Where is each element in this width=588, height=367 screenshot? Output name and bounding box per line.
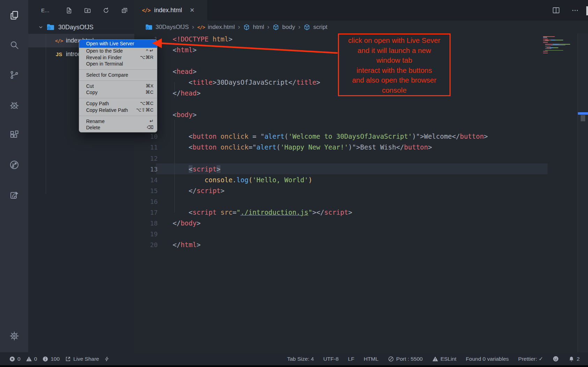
annotation-line: console — [339, 85, 450, 95]
extensions-icon[interactable] — [0, 127, 28, 143]
warning-icon — [432, 356, 438, 362]
status-bar: 00100Live Share Tab Size: 4UTF-8LFHTMLPo… — [0, 352, 588, 365]
minimap-row — [543, 40, 576, 40]
code-line-10[interactable]: 10 <button onclick = "alert('Welcome to … — [134, 131, 488, 142]
breadcrumb-separator: › — [298, 23, 300, 31]
line-content: <html> — [173, 45, 197, 55]
minimap-row — [543, 46, 576, 46]
slash-icon — [388, 356, 394, 362]
status-bolt[interactable] — [104, 356, 110, 362]
tab-index-html[interactable]: </> index.html ✕ — [134, 0, 207, 21]
line-content: </head> — [173, 88, 201, 99]
breadcrumb-item-script[interactable]: script — [303, 24, 327, 31]
status-port-5500[interactable]: Port : 5500 — [388, 356, 423, 362]
minimap[interactable] — [543, 36, 576, 54]
scrollbar-thumb[interactable] — [581, 115, 585, 121]
menu-shortcut: ⌘C — [145, 89, 153, 96]
more-actions-icon[interactable] — [571, 7, 579, 14]
code-line-19[interactable]: 19 — [134, 229, 488, 239]
menu-separator — [79, 98, 157, 98]
annotation-line: window tab — [339, 55, 450, 66]
code-line-9[interactable]: 9 — [134, 120, 488, 131]
breadcrumb-item-html[interactable]: html — [243, 24, 264, 31]
status-prettier-[interactable]: Prettier: ✓ — [518, 356, 543, 362]
bolt-icon — [104, 356, 110, 362]
menu-shortcut: ↵ — [150, 118, 153, 125]
code-line-17[interactable]: 17 <script src="./introduction.js"></scr… — [134, 207, 488, 218]
code-line-12[interactable]: 12 — [134, 153, 488, 164]
refresh-icon[interactable] — [103, 7, 110, 14]
breadcrumb-item-body[interactable]: body — [272, 24, 295, 31]
menu-item-copy[interactable]: Copy⌘C — [79, 89, 157, 96]
collapse-all-icon[interactable] — [121, 7, 128, 14]
circle-branch-icon[interactable] — [0, 157, 28, 173]
breadcrumb-item-index-html[interactable]: </>index.html — [197, 24, 235, 31]
menu-item-open-in-terminal[interactable]: Open in Terminal — [79, 61, 157, 67]
menu-item-copy-path[interactable]: Copy Path⌥⌘C — [79, 100, 157, 107]
source-control-icon[interactable] — [0, 67, 28, 83]
minimap-row — [543, 53, 576, 53]
new-file-icon[interactable] — [66, 7, 73, 14]
code-line-14[interactable]: 14 console.log('Hello, World') — [134, 175, 488, 185]
minimap-row — [543, 50, 576, 51]
status-tab-size-4[interactable]: Tab Size: 4 — [287, 356, 314, 362]
line-number: 14 — [134, 175, 158, 185]
close-icon[interactable]: ✕ — [190, 7, 195, 14]
menu-item-rename[interactable]: Rename↵ — [79, 118, 157, 125]
minimap-row — [543, 36, 576, 37]
status-live-share[interactable]: Live Share — [65, 356, 99, 362]
annotation-line: and it will launch a new — [339, 46, 450, 56]
code-line-13[interactable]: 13 <script> — [134, 164, 488, 175]
explorer-header: E... — [28, 0, 134, 21]
menu-item-select-for-compare[interactable]: Select for Compare — [79, 72, 157, 78]
folder-icon — [46, 23, 55, 31]
menu-item-copy-relative-path[interactable]: Copy Relative Path⌥⇧⌘C — [79, 107, 157, 114]
status-found-0-variables[interactable]: Found 0 variables — [466, 356, 509, 362]
code-line-20[interactable]: 20</html> — [134, 239, 488, 250]
window-edge-artifact — [586, 6, 588, 15]
search-icon[interactable] — [0, 37, 28, 53]
line-number: 16 — [134, 196, 158, 207]
status-2[interactable]: 2 — [568, 356, 580, 362]
line-content: </body> — [173, 218, 201, 229]
split-editor-icon[interactable] — [552, 6, 560, 14]
menu-separator — [79, 69, 157, 70]
status-utf-8[interactable]: UTF-8 — [323, 356, 339, 362]
status-0[interactable]: 0 — [9, 356, 21, 362]
code-line-8[interactable]: 8<body> — [134, 109, 488, 120]
menu-item-delete[interactable]: Delete⌫ — [79, 124, 157, 131]
annotation-line: and also open the browser — [339, 75, 450, 85]
minimap-row — [543, 43, 576, 44]
folder-icon — [145, 23, 153, 31]
code-line-7[interactable]: 7 — [134, 99, 488, 109]
minimap-row — [543, 39, 576, 39]
code-line-18[interactable]: 18</body> — [134, 218, 488, 229]
line-content: <button onclick = "alert('Welcome to 30D… — [173, 131, 488, 142]
status-0[interactable]: 0 — [26, 356, 37, 362]
line-number: 12 — [134, 153, 158, 164]
status-eslint[interactable]: ESLint — [432, 356, 457, 362]
tree-folder-30daysofjs[interactable]: 30DaysOfJS — [28, 21, 134, 34]
js-file-icon: JS — [54, 51, 64, 57]
new-folder-icon[interactable] — [84, 7, 91, 14]
line-content: <title>30DaysOfJavaScript</title> — [173, 77, 320, 88]
settings-gear-icon[interactable] — [0, 328, 28, 344]
cube-icon — [272, 24, 279, 31]
menu-item-open-with-live-server[interactable]: Open with Live Server — [79, 40, 157, 48]
status-html[interactable]: HTML — [364, 356, 378, 362]
status-lf[interactable]: LF — [348, 356, 354, 362]
status-100[interactable]: 100 — [42, 356, 60, 362]
explorer-icon[interactable] — [0, 7, 28, 23]
menu-item-cut[interactable]: Cut⌘X — [79, 83, 157, 90]
code-line-15[interactable]: 15 </script> — [134, 185, 488, 196]
html-file-icon: </> — [54, 38, 64, 44]
minimap-row — [543, 38, 576, 39]
debug-icon[interactable] — [0, 97, 28, 113]
menu-item-open-to-the-side[interactable]: Open to the Side^ ↵ — [79, 48, 157, 54]
code-line-16[interactable]: 16 — [134, 196, 488, 207]
menu-item-reveal-in-finder[interactable]: Reveal in Finder⌥⌘R — [79, 54, 157, 61]
code-line-11[interactable]: 11 <button onclick="alert('Happy New Yea… — [134, 142, 488, 153]
status-smiley[interactable] — [552, 355, 559, 362]
live-share-icon[interactable] — [0, 187, 28, 203]
breadcrumb-item-30daysofjs[interactable]: 30DaysOfJS — [145, 23, 189, 31]
